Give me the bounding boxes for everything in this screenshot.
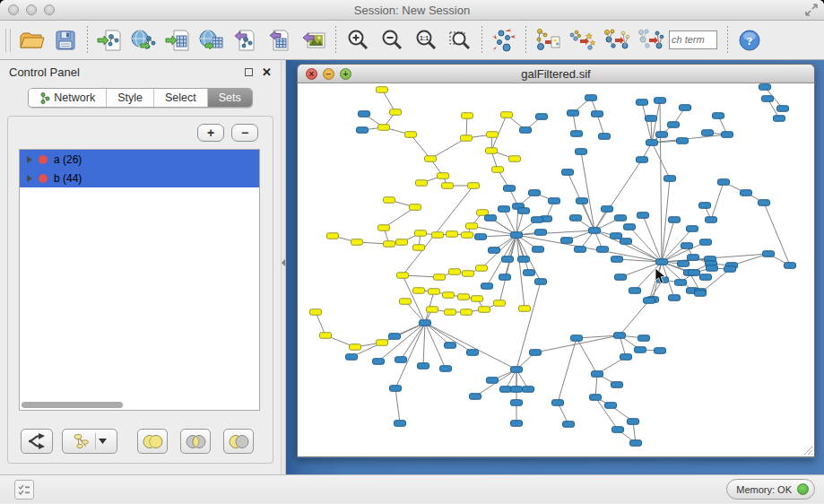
chevron-down-icon	[99, 439, 107, 444]
sets-list[interactable]: a (26) b (44)	[19, 149, 260, 411]
save-session-button[interactable]	[48, 23, 82, 57]
diff-networks-3-button[interactable]	[599, 23, 633, 57]
open-folder-button[interactable]	[14, 23, 48, 57]
tab-select-label: Select	[165, 91, 196, 104]
import-table-web-button[interactable]	[195, 23, 229, 57]
venn-intersection-icon	[185, 434, 207, 449]
application-window: Session: New Session	[0, 0, 824, 504]
task-history-button[interactable]	[14, 480, 34, 500]
svg-text:1:1: 1:1	[420, 35, 429, 41]
toolbar-separator	[87, 26, 88, 55]
diff-networks-1-icon	[533, 26, 562, 55]
intersect-sets-button[interactable]	[180, 429, 211, 454]
zoom-actual-size-icon: 1:1	[413, 28, 438, 53]
diff-networks-2-button[interactable]	[565, 23, 599, 57]
title-bar: Session: New Session	[0, 0, 824, 21]
tab-select[interactable]: Select	[154, 89, 208, 107]
network-graph	[298, 83, 814, 456]
collapse-panel-icon[interactable]	[282, 259, 285, 266]
import-network-web-icon	[130, 27, 157, 54]
venn-union-icon	[142, 434, 164, 449]
help-button[interactable]: ?	[733, 23, 767, 57]
diff-networks-4-button[interactable]	[633, 23, 667, 57]
network-window-title: galFiltered.sif	[298, 67, 814, 81]
import-network-file-icon	[96, 27, 123, 54]
toolbar-separator	[335, 26, 336, 55]
network-desktop: × − + galFiltered.sif	[286, 60, 824, 474]
set-label: a (26)	[54, 153, 82, 166]
toolbar-separator	[727, 26, 728, 55]
export-table-icon	[266, 27, 293, 54]
close-panel-icon[interactable]: ✕	[262, 66, 272, 78]
fullscreen-icon[interactable]	[804, 3, 819, 17]
create-set-from-network-button[interactable]	[62, 429, 117, 454]
window-title: Session: New Session	[0, 4, 824, 17]
zoom-out-button[interactable]	[375, 23, 409, 57]
import-table-file-icon	[164, 27, 191, 54]
import-network-file-button[interactable]	[92, 23, 126, 57]
float-panel-icon[interactable]	[245, 68, 253, 76]
control-panel-title: Control Panel	[9, 65, 245, 79]
import-table-file-button[interactable]	[160, 23, 195, 57]
set-row-b[interactable]: b (44)	[20, 169, 259, 187]
split-set-button[interactable]	[21, 429, 53, 454]
resize-grip-icon[interactable]	[802, 444, 813, 456]
diff-networks-2-icon	[568, 26, 596, 55]
zoom-selected-button[interactable]	[443, 23, 477, 57]
diff-networks-1-button[interactable]	[531, 23, 565, 57]
import-table-web-icon	[198, 27, 225, 54]
search-input[interactable]: ch term	[669, 30, 717, 49]
control-panel-header: Control Panel ✕	[0, 60, 281, 84]
network-canvas[interactable]	[297, 83, 815, 457]
apply-layout-icon	[490, 26, 518, 55]
expand-caret-icon[interactable]	[27, 175, 32, 182]
horizontal-scrollbar[interactable]	[22, 402, 123, 408]
svg-text:?: ?	[747, 34, 753, 48]
expand-caret-icon[interactable]	[27, 156, 32, 163]
memory-status-dot	[797, 483, 809, 495]
toolbar-drag-handle[interactable]	[5, 29, 11, 52]
tab-sets[interactable]: Sets	[208, 89, 252, 107]
zoom-out-icon	[379, 28, 404, 53]
memory-indicator[interactable]: Memory: OK	[726, 479, 815, 500]
export-image-button[interactable]	[297, 23, 331, 57]
network-tab-icon	[39, 92, 50, 104]
remove-set-button[interactable]: −	[231, 124, 258, 142]
main-toolbar: 1:1	[0, 21, 824, 60]
union-sets-button[interactable]	[137, 429, 168, 454]
memory-label: Memory: OK	[736, 484, 792, 495]
save-icon	[53, 28, 78, 53]
tab-network[interactable]: Network	[29, 89, 107, 107]
split-icon	[27, 432, 47, 450]
set-color-dot	[39, 155, 48, 164]
difference-sets-button[interactable]	[223, 429, 254, 454]
sets-panel: + − a (26) b (44)	[7, 116, 273, 464]
toolbar-separator	[525, 26, 526, 55]
add-set-button[interactable]: +	[197, 124, 224, 142]
control-panel: Control Panel ✕ Network	[0, 60, 281, 474]
venn-difference-icon	[228, 434, 250, 449]
apply-layout-button[interactable]	[487, 23, 521, 57]
export-network-button[interactable]	[229, 23, 263, 57]
button-divider	[95, 433, 96, 449]
zoom-in-icon	[345, 28, 370, 53]
sets-actions	[21, 429, 264, 454]
status-bar: Memory: OK	[0, 474, 824, 503]
zoom-in-button[interactable]	[341, 23, 375, 57]
tab-sets-label: Sets	[219, 91, 241, 104]
zoom-actual-size-button[interactable]: 1:1	[409, 23, 443, 57]
network-window-titlebar[interactable]: × − + galFiltered.sif	[297, 64, 815, 83]
tab-style-label: Style	[117, 91, 143, 104]
export-table-button[interactable]	[263, 23, 297, 57]
diff-networks-4-icon	[636, 26, 664, 55]
import-network-web-button[interactable]	[126, 23, 160, 57]
yellow-network-icon	[73, 433, 92, 449]
tab-style[interactable]: Style	[107, 89, 154, 107]
set-label: b (44)	[54, 172, 82, 185]
zoom-selected-icon	[447, 28, 473, 53]
export-network-icon	[232, 27, 259, 54]
set-row-a[interactable]: a (26)	[20, 150, 259, 169]
help-icon: ?	[738, 29, 761, 52]
network-view-window[interactable]: × − + galFiltered.sif	[297, 64, 815, 458]
tab-network-label: Network	[54, 91, 95, 104]
